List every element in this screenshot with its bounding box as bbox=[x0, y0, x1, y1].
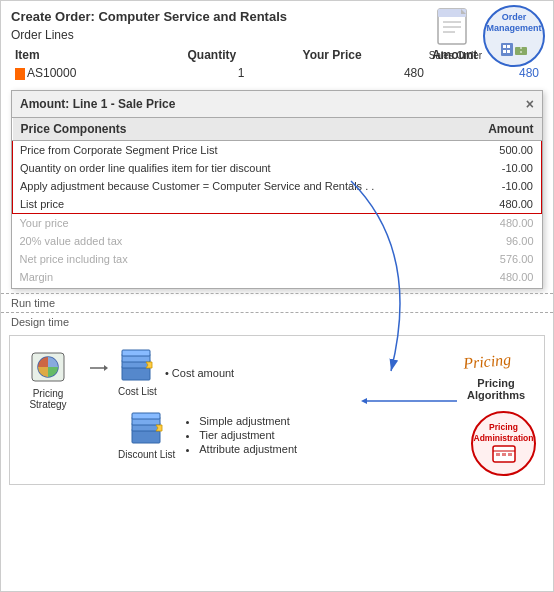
dialog-title: Amount: Line 1 - Sale Price bbox=[20, 97, 175, 111]
dialog-header: Amount: Line 1 - Sale Price × bbox=[12, 91, 542, 118]
cost-list-row: Cost List • Cost amount bbox=[118, 348, 297, 397]
order-management-label: OrderManagement bbox=[486, 12, 541, 34]
svg-rect-26 bbox=[122, 350, 150, 356]
cost-list-label: Cost List bbox=[118, 386, 157, 397]
price-row-amount: -10.00 bbox=[466, 177, 541, 195]
table-row: Net price including tax 576.00 bbox=[13, 250, 542, 268]
svg-marker-34 bbox=[361, 398, 367, 404]
discount-list-item: Discount List bbox=[118, 411, 175, 460]
bullet-tier: Tier adjustment bbox=[199, 429, 297, 441]
bullet-attribute: Attribute adjustment bbox=[199, 443, 297, 455]
pricing-strategy-icon bbox=[27, 348, 69, 386]
dialog-body: Price Components Amount Price from Corpo… bbox=[12, 118, 542, 288]
price-row-amount: -10.00 bbox=[466, 159, 541, 177]
sales-order-icon: Sales Order bbox=[428, 7, 483, 61]
col-header-price: Your Price bbox=[299, 46, 428, 64]
svg-rect-18 bbox=[508, 453, 512, 456]
price-row-label: Quantity on order line qualifies item fo… bbox=[13, 159, 467, 177]
pricing-strategy-item: PricingStrategy bbox=[18, 348, 78, 410]
price-row-amount: 576.00 bbox=[466, 250, 541, 268]
svg-rect-16 bbox=[496, 453, 500, 456]
pricing-algorithms: Pricing PricingAlgorithms bbox=[456, 344, 536, 401]
price-row-amount: 96.00 bbox=[466, 232, 541, 250]
sales-order-label: Sales Order bbox=[428, 50, 483, 61]
pricing-algorithms-icon: Pricing bbox=[461, 344, 531, 374]
svg-rect-9 bbox=[503, 50, 506, 53]
main-container: Create Order: Computer Service and Renta… bbox=[0, 0, 554, 592]
svg-text:Pricing: Pricing bbox=[462, 351, 512, 373]
quantity-cell: 1 bbox=[184, 64, 299, 82]
table-row: Quantity on order line qualifies item fo… bbox=[13, 159, 542, 177]
col-header-qty: Quantity bbox=[184, 46, 299, 64]
cost-amount-label: • Cost amount bbox=[165, 367, 234, 379]
svg-rect-7 bbox=[503, 45, 506, 48]
pricing-admin-icon bbox=[490, 443, 518, 465]
diagram-area: Pricing PricingAlgorithms PricingAdminis… bbox=[9, 335, 545, 485]
table-row: Apply adjustment because Customer = Comp… bbox=[13, 177, 542, 195]
svg-marker-22 bbox=[104, 365, 108, 371]
table-row: 20% value added tax 96.00 bbox=[13, 232, 542, 250]
svg-rect-31 bbox=[132, 413, 160, 419]
pricing-algorithms-label: PricingAlgorithms bbox=[456, 377, 536, 401]
amount-header: Amount bbox=[466, 118, 541, 141]
discount-list-icon bbox=[128, 411, 166, 447]
price-row-label: Net price including tax bbox=[13, 250, 467, 268]
price-row-amount: 480.00 bbox=[466, 195, 541, 214]
order-management-circle: OrderManagement bbox=[483, 5, 545, 67]
col-header-item: Item bbox=[11, 46, 184, 64]
table-row: Your price 480.00 bbox=[13, 214, 542, 233]
runtime-label: Run time bbox=[1, 293, 553, 312]
table-row: List price 480.00 bbox=[13, 195, 542, 214]
discount-list-bullets: Simple adjustment Tier adjustment Attrib… bbox=[183, 415, 297, 457]
cost-list-item: Cost List bbox=[118, 348, 157, 397]
order-management-icon bbox=[499, 35, 529, 60]
discount-list-row: Discount List Simple adjustment Tier adj… bbox=[118, 411, 297, 460]
table-row: Price from Corporate Segment Price List … bbox=[13, 141, 542, 160]
pricing-admin-circle: PricingAdministration bbox=[471, 411, 536, 476]
cost-list-icon bbox=[118, 348, 156, 384]
price-row-label: 20% value added tax bbox=[13, 232, 467, 250]
svg-rect-6 bbox=[501, 43, 513, 56]
sales-order-svg bbox=[433, 7, 478, 47]
price-row-label: List price bbox=[13, 195, 467, 214]
close-button[interactable]: × bbox=[526, 96, 534, 112]
price-row-label: Your price bbox=[13, 214, 467, 233]
discount-list-label: Discount List bbox=[118, 449, 175, 460]
price-row-amount: 500.00 bbox=[466, 141, 541, 160]
amount-cell[interactable]: 480 bbox=[428, 64, 543, 82]
designtime-label: Design time bbox=[1, 312, 553, 331]
price-cell: 480 bbox=[299, 64, 428, 82]
table-row: Margin 480.00 bbox=[13, 268, 542, 288]
price-row-amount: 480.00 bbox=[466, 268, 541, 288]
arrow-right-icon bbox=[88, 358, 108, 378]
price-components-header: Price Components bbox=[13, 118, 467, 141]
price-table: Price Components Amount Price from Corpo… bbox=[12, 118, 542, 288]
item-flag-icon bbox=[15, 68, 25, 80]
svg-rect-8 bbox=[507, 45, 510, 48]
svg-rect-10 bbox=[507, 50, 510, 53]
pricing-strategy-label: PricingStrategy bbox=[29, 388, 66, 410]
table-row: AS10000 1 480 480 bbox=[11, 64, 543, 82]
pricing-admin-label: PricingAdministration bbox=[474, 422, 534, 442]
svg-rect-17 bbox=[502, 453, 506, 456]
arrow-from-algo bbox=[359, 391, 459, 411]
item-cell: AS10000 bbox=[11, 64, 184, 82]
amount-dialog: Amount: Line 1 - Sale Price × Price Comp… bbox=[11, 90, 543, 289]
price-row-label: Price from Corporate Segment Price List bbox=[13, 141, 467, 160]
price-row-amount: 480.00 bbox=[466, 214, 541, 233]
price-row-label: Apply adjustment because Customer = Comp… bbox=[13, 177, 467, 195]
bullet-simple: Simple adjustment bbox=[199, 415, 297, 427]
price-row-label: Margin bbox=[13, 268, 467, 288]
list-column: Cost List • Cost amount bbox=[118, 348, 297, 460]
